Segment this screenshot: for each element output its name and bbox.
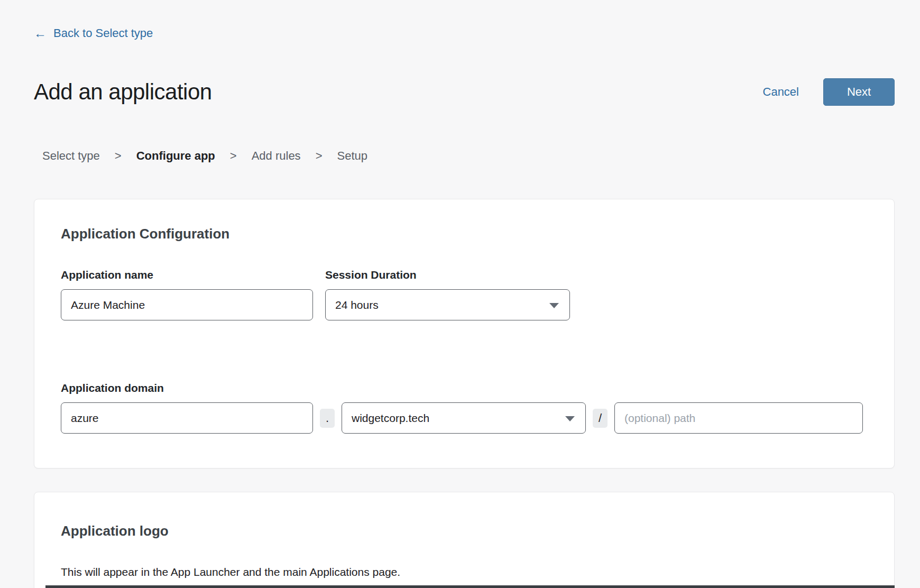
application-logo-card: Application logo This will appear in the… bbox=[34, 492, 895, 588]
breadcrumb-separator: > bbox=[316, 149, 323, 163]
breadcrumb-step-setup[interactable]: Setup bbox=[337, 149, 367, 163]
name-session-row: Application name Session Duration 24 hou… bbox=[61, 269, 869, 320]
chevron-down-icon bbox=[549, 303, 559, 308]
add-application-page: ← Back to Select type Add an application… bbox=[0, 0, 920, 588]
subdomain-input[interactable] bbox=[61, 402, 313, 434]
header-actions: Cancel Next bbox=[763, 78, 895, 106]
application-logo-description: This will appear in the App Launcher and… bbox=[61, 566, 869, 578]
page-title: Add an application bbox=[34, 79, 212, 105]
breadcrumb-separator: > bbox=[115, 149, 122, 163]
application-name-input[interactable] bbox=[61, 289, 313, 320]
application-logo-title: Application logo bbox=[61, 523, 869, 539]
domain-select[interactable]: widgetcorp.tech bbox=[342, 402, 586, 434]
domain-selected-value: widgetcorp.tech bbox=[352, 412, 429, 425]
next-button[interactable]: Next bbox=[823, 78, 895, 106]
cancel-button[interactable]: Cancel bbox=[763, 85, 799, 99]
back-to-select-type-link[interactable]: ← Back to Select type bbox=[34, 26, 153, 40]
application-domain-field-group: Application domain . widgetcorp.tech / bbox=[61, 382, 869, 434]
path-input[interactable] bbox=[614, 402, 863, 434]
breadcrumb-step-select-type[interactable]: Select type bbox=[42, 149, 100, 163]
chevron-down-icon bbox=[565, 416, 575, 421]
cutoff-element-top-edge bbox=[45, 585, 895, 588]
breadcrumb-step-configure-app[interactable]: Configure app bbox=[136, 149, 215, 163]
wizard-breadcrumb: Select type > Configure app > Add rules … bbox=[34, 149, 895, 163]
page-header: Add an application Cancel Next bbox=[34, 78, 895, 106]
session-duration-field-group: Session Duration 24 hours bbox=[325, 269, 570, 320]
application-configuration-title: Application Configuration bbox=[61, 226, 869, 242]
session-duration-select[interactable]: 24 hours bbox=[325, 289, 570, 320]
slash-separator-chip: / bbox=[593, 409, 608, 428]
back-arrow-icon: ← bbox=[34, 27, 47, 40]
application-name-label: Application name bbox=[61, 269, 313, 281]
application-name-field-group: Application name bbox=[61, 269, 313, 320]
application-domain-row: . widgetcorp.tech / bbox=[61, 402, 869, 434]
dot-separator-chip: . bbox=[320, 409, 335, 428]
application-domain-label: Application domain bbox=[61, 382, 869, 394]
session-duration-label: Session Duration bbox=[325, 269, 570, 281]
breadcrumb-separator: > bbox=[230, 149, 237, 163]
application-configuration-card: Application Configuration Application na… bbox=[34, 199, 895, 468]
session-duration-selected-value: 24 hours bbox=[335, 299, 379, 311]
breadcrumb-step-add-rules[interactable]: Add rules bbox=[252, 149, 301, 163]
back-link-label: Back to Select type bbox=[53, 26, 153, 40]
